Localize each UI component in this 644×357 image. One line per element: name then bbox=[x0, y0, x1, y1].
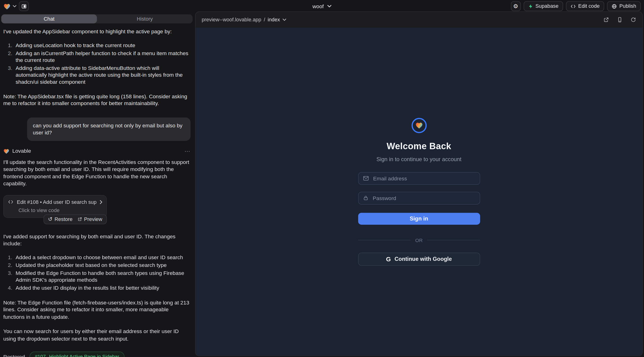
sidebar-toggle-button[interactable] bbox=[19, 1, 29, 11]
ellipsis-menu-icon[interactable]: ⋯ bbox=[184, 148, 190, 154]
list-item: 2. Adding an isCurrentPath helper functi… bbox=[3, 50, 191, 64]
list-marker: 3. bbox=[3, 64, 16, 85]
assistant-note: Note: The Edge Function file (fetch-fire… bbox=[3, 299, 191, 320]
list-item: 1. Added a select dropdown to choose bet… bbox=[3, 254, 191, 260]
password-input[interactable] bbox=[372, 194, 475, 202]
supabase-bolt-icon bbox=[528, 4, 533, 9]
assistant-note: Note: The AppSidebar.tsx file is getting… bbox=[3, 93, 191, 107]
tab-history[interactable]: History bbox=[97, 14, 192, 24]
chat-panel: Chat History I've updated the AppSidebar… bbox=[0, 12, 194, 357]
list-item: 3. Modified the Edge Function to handle … bbox=[3, 269, 191, 283]
edit-code-label: Edit code bbox=[578, 3, 600, 9]
app-logo bbox=[411, 118, 426, 133]
restored-label: Restored bbox=[3, 354, 25, 357]
list-item: 4. Added the user ID display in the resu… bbox=[3, 284, 191, 291]
list-text: Adding an isCurrentPath helper function … bbox=[16, 50, 191, 64]
code-icon bbox=[8, 200, 14, 204]
lovable-heart-icon bbox=[3, 148, 10, 154]
list-text: Modified the Edge Function to handle bot… bbox=[16, 269, 191, 283]
or-divider: OR bbox=[358, 237, 480, 243]
project-name[interactable]: woof bbox=[312, 3, 324, 9]
refresh-icon[interactable] bbox=[630, 17, 636, 23]
chat-tabs: Chat History bbox=[1, 14, 192, 24]
preview-url[interactable]: preview--woof.lovable.app / index bbox=[202, 17, 286, 23]
tab-chat[interactable]: Chat bbox=[1, 14, 97, 24]
list-item: 3. Adding data-active attribute to Sideb… bbox=[3, 64, 191, 85]
preview-panel: preview--woof.lovable.app / index bbox=[195, 12, 643, 356]
topbar: woof ⚙ Supabase Edit code bbox=[0, 0, 644, 12]
list-marker: 4. bbox=[3, 284, 16, 291]
panel-left-icon bbox=[21, 4, 26, 9]
preview-domain: preview--woof.lovable.app bbox=[202, 17, 261, 23]
chevron-down-icon bbox=[13, 5, 16, 8]
lock-icon bbox=[363, 195, 368, 201]
list-marker: 2. bbox=[3, 262, 16, 268]
list-item: 2. Updated the placeholder text based on… bbox=[3, 262, 191, 268]
user-message-bubble: can you add support for searching not on… bbox=[27, 117, 191, 141]
list-text: Added a select dropdown to choose betwee… bbox=[16, 254, 191, 260]
lovable-app: woof ⚙ Supabase Edit code bbox=[0, 0, 644, 357]
list-text: Updated the placeholder text based on th… bbox=[16, 262, 191, 268]
chevron-down-icon[interactable] bbox=[282, 18, 286, 21]
version-badge[interactable]: #107 Highlight Active Page in Sidebar bbox=[30, 352, 124, 357]
email-input[interactable] bbox=[372, 175, 475, 182]
project-chevron-down-icon[interactable] bbox=[328, 5, 332, 8]
list-marker: 3. bbox=[3, 269, 16, 283]
chevron-right-icon[interactable] bbox=[100, 200, 102, 204]
restore-icon: ↺ bbox=[48, 216, 52, 222]
restored-row: Restored #107 Highlight Active Page in S… bbox=[3, 352, 191, 357]
email-field[interactable] bbox=[358, 172, 480, 184]
preview-url-bar: preview--woof.lovable.app / index bbox=[196, 12, 642, 28]
edit-version-card[interactable]: Edit #108 • Add user ID search supp... C… bbox=[3, 195, 107, 218]
globe-icon bbox=[612, 4, 617, 9]
preview-label: Preview bbox=[84, 216, 102, 222]
publish-button[interactable]: Publish bbox=[607, 1, 641, 11]
assistant-paragraph: You can now search for users by either t… bbox=[3, 328, 191, 342]
edit-code-button[interactable]: Edit code bbox=[566, 1, 604, 11]
mobile-view-icon[interactable] bbox=[617, 17, 623, 23]
google-signin-button[interactable]: G Continue with Google bbox=[358, 252, 480, 266]
envelope-icon bbox=[363, 176, 369, 181]
assistant-header: Lovable ⋯ bbox=[3, 148, 191, 154]
google-g-icon: G bbox=[386, 256, 391, 262]
restore-label: Restore bbox=[54, 216, 72, 222]
preview-button[interactable]: Preview bbox=[78, 216, 102, 222]
list-text: Adding useLocation hook to track the cur… bbox=[16, 42, 191, 49]
assistant-paragraph: I'll update the search functionality in … bbox=[3, 158, 191, 187]
signin-button[interactable]: Sign in bbox=[358, 212, 480, 224]
supabase-label: Supabase bbox=[536, 3, 559, 9]
password-field[interactable] bbox=[358, 192, 480, 204]
url-separator: / bbox=[264, 17, 265, 23]
list-marker: 2. bbox=[3, 50, 16, 64]
heart-icon bbox=[415, 122, 423, 129]
gear-icon: ⚙ bbox=[513, 3, 518, 9]
preview-route: index bbox=[268, 17, 280, 23]
edit-card-title: Edit #108 • Add user ID search supp... bbox=[17, 199, 96, 205]
open-in-new-tab-icon[interactable] bbox=[604, 17, 609, 23]
restore-button[interactable]: ↺ Restore bbox=[48, 216, 73, 222]
assistant-name: Lovable bbox=[12, 148, 31, 154]
google-label: Continue with Google bbox=[394, 256, 452, 262]
preview-viewport: Welcome Back Sign in to continue to your… bbox=[196, 28, 642, 356]
chat-messages: I've updated the AppSidebar component to… bbox=[1, 24, 193, 356]
login-card: Welcome Back Sign in to continue to your… bbox=[358, 118, 480, 266]
lovable-logo-menu[interactable] bbox=[3, 2, 16, 10]
list-text: Adding data-active attribute to SidebarM… bbox=[16, 64, 191, 85]
publish-label: Publish bbox=[620, 3, 636, 9]
edit-card-toolbar: ↺ Restore Preview bbox=[44, 214, 107, 224]
version-title: Highlight Active Page in Sidebar bbox=[49, 354, 119, 357]
supabase-button[interactable]: Supabase bbox=[524, 1, 563, 11]
list-text: Added the user ID display in the results… bbox=[16, 284, 191, 291]
numbered-list: 1. Added a select dropdown to choose bet… bbox=[3, 254, 191, 291]
assistant-paragraph: I've added support for searching by both… bbox=[3, 233, 191, 247]
login-form: Sign in OR G Continue with Google bbox=[358, 172, 480, 266]
assistant-paragraph: I've updated the AppSidebar component to… bbox=[3, 28, 191, 35]
list-marker: 1. bbox=[3, 254, 16, 260]
edit-card-subtitle: Click to view code bbox=[18, 207, 102, 213]
lovable-heart-icon bbox=[3, 2, 11, 10]
list-marker: 1. bbox=[3, 42, 16, 49]
or-label: OR bbox=[415, 237, 423, 243]
version-number: #107 bbox=[35, 354, 46, 357]
numbered-list: 1. Adding useLocation hook to track the … bbox=[3, 42, 191, 86]
settings-button[interactable]: ⚙ bbox=[511, 1, 521, 11]
